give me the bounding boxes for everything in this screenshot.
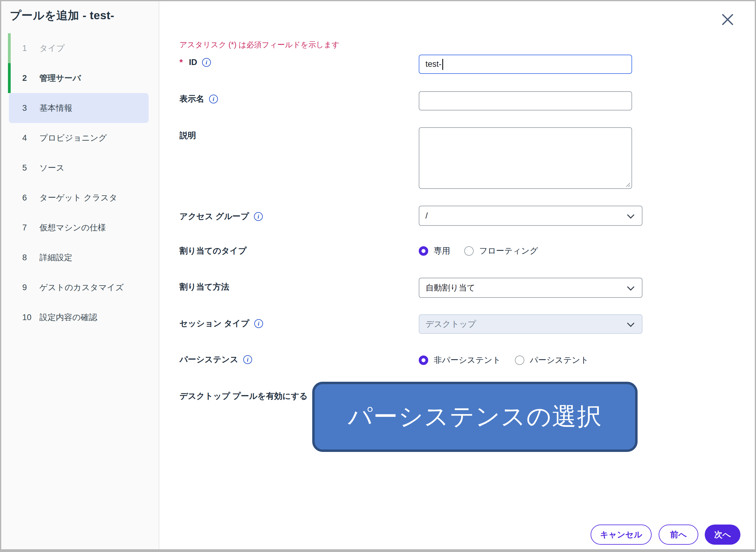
step-label: 詳細設定 (39, 252, 72, 263)
info-icon[interactable] (254, 212, 263, 221)
info-icon[interactable] (209, 95, 218, 104)
callout-text: パーシステンスの選択 (348, 400, 602, 433)
display-name-label-row: 表示名 (179, 92, 218, 106)
sidebar-step-management-server[interactable]: 2 管理サーバ (9, 63, 149, 93)
next-button[interactable]: 次へ (705, 525, 740, 545)
description-label-row: 説明 (179, 129, 196, 142)
enable-desktop-pool-label-row: デスクトップ プールを有効にする (179, 389, 308, 403)
close-icon (720, 12, 735, 27)
add-pool-dialog: プールを追加 - test- 1 タイプ 2 管理サーバ 3 基本情報 4 プロ… (0, 0, 756, 552)
step-label: ターゲット クラスタ (39, 192, 118, 203)
required-asterisk: * (179, 57, 183, 67)
description-textarea[interactable] (419, 127, 632, 189)
required-fields-note: アスタリスク (*) は必須フィールドを示します (179, 40, 339, 50)
step-label: 管理サーバ (39, 73, 81, 84)
assignment-type-label-row: 割り当てのタイプ (179, 244, 247, 258)
id-label: ID (189, 58, 197, 67)
assignment-method-label: 割り当て方法 (179, 281, 229, 292)
sidebar-step-provisioning[interactable]: 4 プロビジョニング (9, 123, 149, 153)
assignment-type-radio-group: 専用 フローティング (419, 245, 538, 257)
persistence-label-row: パーシステンス (179, 353, 252, 366)
session-type-select: デスクトップ (419, 314, 642, 334)
close-button[interactable] (720, 12, 735, 27)
sidebar-step-source[interactable]: 5 ソース (9, 153, 149, 183)
sidebar-step-target-cluster[interactable]: 6 ターゲット クラスタ (9, 183, 149, 213)
radio-option-non-persistent[interactable]: 非パーシステント (419, 355, 501, 366)
radio-option-persistent[interactable]: パーシステント (515, 355, 589, 366)
persistence-selection-callout: パーシステンスの選択 (312, 382, 638, 452)
radio-label: 専用 (434, 245, 450, 256)
description-label: 説明 (179, 130, 196, 141)
enable-desktop-pool-label: デスクトップ プールを有効にする (179, 391, 308, 402)
chevron-down-icon (627, 319, 634, 327)
step-label: 設定内容の確認 (39, 312, 97, 323)
info-icon[interactable] (254, 319, 263, 328)
cancel-button[interactable]: キャンセル (591, 525, 652, 545)
dialog-title: プールを追加 - test- (10, 8, 114, 23)
info-icon[interactable] (243, 355, 252, 364)
previous-button[interactable]: 前へ (659, 525, 698, 545)
persistence-label: パーシステンス (179, 354, 238, 365)
step-label: ゲストのカスタマイズ (39, 282, 124, 293)
radio-unselected-icon[interactable] (464, 246, 474, 256)
session-type-label-row: セッション タイプ (179, 317, 263, 330)
pool-id-value: test- (425, 59, 442, 69)
step-label: タイプ (39, 43, 65, 54)
text-cursor (442, 59, 443, 70)
radio-label: フローティング (479, 245, 538, 256)
chevron-down-icon (627, 283, 634, 290)
access-group-select[interactable]: / (419, 206, 642, 226)
radio-unselected-icon[interactable] (515, 356, 524, 365)
display-name-label: 表示名 (179, 93, 204, 104)
step-label: プロビジョニング (39, 132, 107, 143)
radio-label: パーシステント (530, 355, 589, 366)
sidebar-step-basic-info[interactable]: 3 基本情報 (9, 93, 149, 123)
persistence-radio-group: 非パーシステント パーシステント (419, 354, 589, 366)
step-label: 仮想マシンの仕様 (39, 222, 106, 233)
sidebar-step-type[interactable]: 1 タイプ (9, 33, 149, 63)
radio-label: 非パーシステント (434, 355, 501, 366)
step-label: 基本情報 (39, 103, 72, 114)
sidebar-step-advanced-settings[interactable]: 8 詳細設定 (9, 243, 149, 272)
step-label: ソース (39, 162, 65, 173)
resize-handle-icon[interactable] (625, 182, 630, 187)
sidebar-step-vm-spec[interactable]: 7 仮想マシンの仕様 (9, 213, 149, 243)
radio-selected-icon[interactable] (419, 356, 428, 365)
access-group-label-row: アクセス グループ (179, 210, 263, 223)
sidebar-step-review[interactable]: 10 設定内容の確認 (9, 302, 149, 332)
assignment-method-select[interactable]: 自動割り当て (419, 278, 642, 298)
info-icon[interactable] (202, 58, 211, 67)
assignment-method-label-row: 割り当て方法 (179, 280, 229, 294)
sidebar-step-guest-customization[interactable]: 9 ゲストのカスタマイズ (9, 272, 149, 302)
session-type-label: セッション タイプ (179, 318, 249, 329)
id-label-row: * ID (179, 55, 211, 69)
pool-id-input[interactable]: test- (419, 54, 632, 74)
radio-option-floating[interactable]: フローティング (464, 245, 538, 256)
radio-selected-icon[interactable] (419, 246, 428, 256)
wizard-sidebar: プールを追加 - test- 1 タイプ 2 管理サーバ 3 基本情報 4 プロ… (1, 1, 159, 549)
access-group-label: アクセス グループ (179, 211, 249, 222)
assignment-type-label: 割り当てのタイプ (179, 245, 247, 256)
chevron-down-icon (627, 211, 634, 219)
display-name-input[interactable] (419, 91, 632, 111)
radio-option-dedicated[interactable]: 専用 (419, 245, 450, 256)
session-type-value: デスクトップ (425, 318, 476, 329)
access-group-value: / (425, 211, 428, 221)
assignment-method-value: 自動割り当て (425, 282, 475, 293)
